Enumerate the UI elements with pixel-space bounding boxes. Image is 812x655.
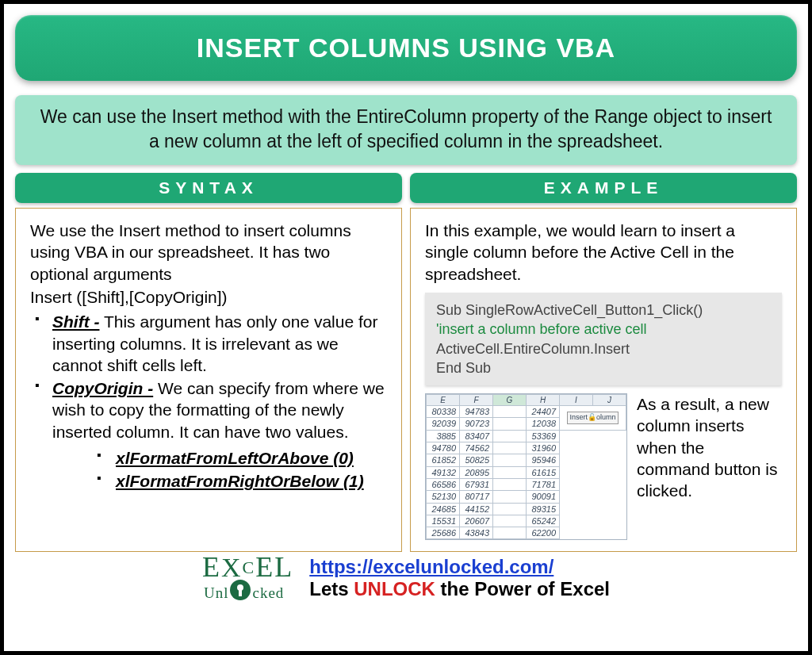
- header-row: E F G H I J: [427, 395, 626, 406]
- example-intro: In this example, we would learn to inser…: [425, 220, 782, 285]
- tagline: Lets UNLOCK the Power of Excel: [309, 578, 610, 600]
- logo-top: EXCEL: [202, 555, 293, 580]
- code-line-1: Sub SingleRowActiveCell_Button1_Click(): [436, 301, 771, 320]
- argument-copyorigin: CopyOrigin - We can specify from where w…: [33, 377, 387, 492]
- syntax-column: SYNTAX We use the Insert method to inser…: [15, 173, 402, 552]
- code-line-2: 'insert a column before active cell: [436, 320, 771, 339]
- intro-text: We can use the Insert method with the En…: [37, 105, 775, 154]
- preview-table: E F G H I J 803389478324407Insert🔓olumn …: [426, 394, 626, 539]
- copyorigin-label: CopyOrigin -: [52, 379, 153, 397]
- code-line-3: ActiveCell.EntireColumn.Insert: [436, 339, 771, 358]
- syntax-header: SYNTAX: [15, 173, 402, 203]
- example-column: EXAMPLE In this example, we would learn …: [410, 173, 797, 552]
- insert-column-button[interactable]: Insert🔓olumn: [567, 412, 618, 424]
- example-header: EXAMPLE: [410, 173, 797, 203]
- col-H: H: [527, 395, 560, 406]
- argument-shift: Shift - This argument has only one value…: [33, 311, 387, 376]
- intro-box: We can use the Insert method with the En…: [15, 95, 797, 165]
- value-left-above: xlFormatFromLeftOrAbove (0): [97, 447, 387, 469]
- example-body: In this example, we would learn to inser…: [410, 208, 797, 552]
- vba-code-box: Sub SingleRowActiveCell_Button1_Click() …: [425, 293, 782, 385]
- example-lower-row: E F G H I J 803389478324407Insert🔓olumn …: [425, 393, 782, 540]
- syntax-intro: We use the Insert method to insert colum…: [30, 220, 387, 285]
- col-F: F: [460, 395, 493, 406]
- col-J: J: [593, 395, 626, 406]
- result-text: As a result, a new column inserts when t…: [637, 393, 782, 540]
- excel-unlocked-logo: EXCEL Unlcked: [202, 555, 293, 600]
- shift-label: Shift -: [52, 312, 99, 331]
- footer: EXCEL Unlcked https://excelunlocked.com/…: [15, 555, 797, 600]
- code-line-4: End Sub: [436, 358, 771, 377]
- spreadsheet-preview: E F G H I J 803389478324407Insert🔓olumn …: [425, 393, 627, 540]
- col-E: E: [427, 395, 460, 406]
- syntax-body: We use the Insert method to insert colum…: [15, 208, 402, 552]
- table-row: 803389478324407Insert🔓olumn: [427, 406, 626, 418]
- footer-text-block: https://excelunlocked.com/ Lets UNLOCK t…: [309, 556, 610, 600]
- title-banner: INSERT COLUMNS USING VBA: [15, 15, 797, 81]
- infographic-card: INSERT COLUMNS USING VBA We can use the …: [15, 15, 797, 640]
- keyhole-icon: [230, 580, 251, 600]
- logo-bottom-row: Unlcked: [202, 580, 293, 600]
- shift-desc: This argument has only one value for ins…: [52, 312, 377, 374]
- col-I: I: [560, 395, 593, 406]
- page-title: INSERT COLUMNS USING VBA: [39, 33, 773, 63]
- argument-list: Shift - This argument has only one value…: [30, 311, 387, 492]
- two-column-layout: SYNTAX We use the Insert method to inser…: [15, 173, 797, 552]
- col-G: G: [493, 395, 527, 406]
- syntax-signature: Insert ([Shift],[CopyOrigin]): [30, 286, 387, 308]
- website-link[interactable]: https://excelunlocked.com/: [309, 556, 553, 577]
- table-row: 38858340753369: [427, 430, 626, 442]
- copyorigin-values: xlFormatFromLeftOrAbove (0) xlFormatFrom…: [52, 447, 387, 492]
- value-right-below: xlFormatFromRightOrBelow (1): [97, 470, 387, 492]
